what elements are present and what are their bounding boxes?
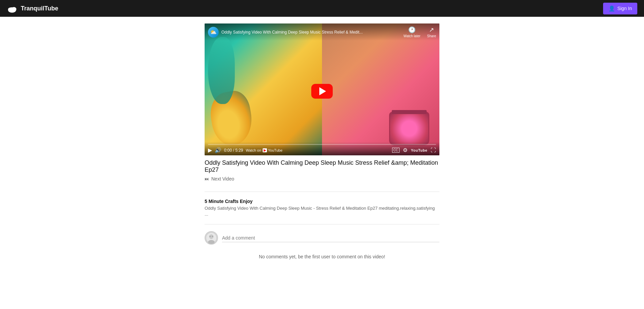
clock-icon: 🕐	[408, 26, 416, 34]
share-label: Share	[427, 34, 436, 38]
content-wrapper: ⛅ Oddly Satisfying Video With Calming De…	[205, 20, 439, 273]
video-bottom-bar: ▶ 🔊 0:00 / 5:29 Watch on ▶	[205, 142, 439, 155]
svg-point-2	[11, 7, 16, 11]
play-pause-icon[interactable]: ▶	[208, 147, 212, 153]
next-video-icon: ⏭	[205, 176, 209, 182]
progress-bar[interactable]	[208, 144, 436, 145]
site-logo: TranquilTube	[7, 3, 58, 14]
share-button[interactable]: ↗ Share	[427, 26, 436, 38]
channel-description: Oddly Satisfying Video With Calming Deep…	[205, 205, 439, 217]
avatar-svg	[205, 232, 217, 244]
settings-icon[interactable]: ⚙	[403, 147, 408, 153]
video-controls-left: ▶ 🔊 0:00 / 5:29 Watch on ▶	[208, 147, 282, 153]
channel-name: 5 Minute Crafts Enjoy	[205, 199, 439, 204]
divider-2	[205, 224, 439, 224]
divider-1	[205, 192, 439, 192]
cloud-icon	[7, 3, 17, 14]
video-overlay: ⛅ Oddly Satisfying Video With Calming De…	[205, 23, 439, 155]
user-icon: 👤	[608, 5, 615, 12]
play-triangle-icon	[319, 87, 326, 95]
main-content: ⛅ Oddly Satisfying Video With Calming De…	[0, 0, 644, 273]
watch-on-youtube[interactable]: Watch on ▶ YouTube	[246, 148, 282, 152]
video-top-bar: ⛅ Oddly Satisfying Video With Calming De…	[205, 23, 439, 41]
channel-emoji: ⛅	[210, 29, 217, 35]
time-current: 0:00	[224, 148, 232, 153]
comment-input[interactable]	[222, 234, 439, 242]
logo-text: TranquilTube	[21, 5, 58, 12]
channel-section: 5 Minute Crafts Enjoy Oddly Satisfying V…	[205, 195, 439, 221]
watch-later-label: Watch later	[404, 34, 420, 38]
video-top-actions: 🕐 Watch later ↗ Share	[404, 26, 436, 38]
video-player-title: Oddly Satisfying Video With Calming Deep…	[221, 30, 400, 35]
youtube-logo: ▶ YouTube	[263, 148, 282, 152]
youtube-watermark: YouTube	[411, 148, 427, 152]
volume-icon[interactable]: 🔊	[215, 147, 221, 153]
yt-logo-icon: ▶	[263, 148, 267, 152]
video-player[interactable]: ⛅ Oddly Satisfying Video With Calming De…	[205, 23, 439, 155]
cc-button[interactable]: CC	[392, 148, 399, 153]
youtube-brand-text: YouTube	[268, 148, 282, 152]
next-video-row[interactable]: ⏭ Next Video	[205, 176, 439, 182]
fullscreen-icon[interactable]: ⛶	[431, 147, 436, 153]
share-icon: ↗	[429, 26, 434, 34]
time-total: 5:29	[235, 148, 243, 153]
play-button[interactable]	[311, 84, 333, 99]
next-video-label: Next Video	[211, 176, 234, 182]
video-info-section: Oddly Satisfying Video With Calming Deep…	[205, 155, 439, 188]
sign-in-label: Sign In	[617, 6, 632, 11]
site-header: TranquilTube 👤 Sign In	[0, 0, 644, 17]
video-controls-right: CC ⚙ YouTube ⛶	[392, 147, 436, 153]
comment-section: No comments yet, be the first user to co…	[205, 228, 439, 269]
video-title: Oddly Satisfying Video With Calming Deep…	[205, 159, 439, 173]
video-time: 0:00 / 5:29	[224, 148, 243, 153]
no-comments-message: No comments yet, be the first user to co…	[205, 247, 439, 266]
watch-later-button[interactable]: 🕐 Watch later	[404, 26, 420, 38]
sign-in-button[interactable]: 👤 Sign In	[603, 3, 637, 14]
play-button-area	[205, 41, 439, 142]
watch-on-text: Watch on	[246, 148, 261, 152]
video-controls-row: ▶ 🔊 0:00 / 5:29 Watch on ▶	[208, 147, 436, 153]
channel-icon: ⛅	[208, 27, 219, 38]
user-avatar	[205, 231, 218, 245]
comment-input-row	[205, 231, 439, 245]
svg-point-6	[210, 235, 213, 239]
